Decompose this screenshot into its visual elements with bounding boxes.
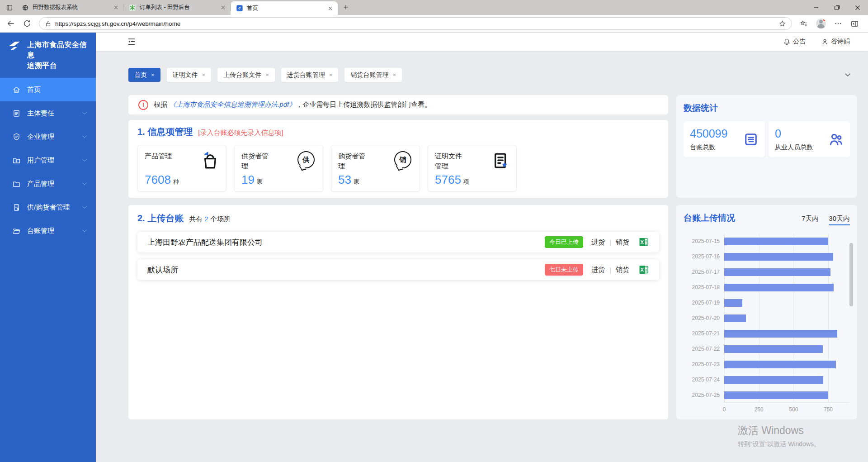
close-tab-icon[interactable] — [326, 4, 334, 12]
sidebar-item-台账管理[interactable]: 台账管理 — [0, 219, 96, 243]
close-tab-icon[interactable] — [112, 4, 120, 12]
sidebar-item-首页[interactable]: 首页 — [0, 78, 96, 101]
info-card-label: 供货者管理 — [241, 151, 274, 171]
close-tab-icon[interactable] — [219, 4, 227, 12]
page-tab-进货台账管理[interactable]: 进货台账管理× — [281, 68, 339, 82]
chart-x-axis: 0250500750 — [724, 406, 849, 414]
upload-row: 上海田野农产品配送集团有限公司今日已上传进货|销货 — [137, 232, 659, 252]
certificate-doc-icon — [491, 151, 510, 170]
chart-row: 2025-07-15 — [684, 233, 850, 249]
browser-profile-avatar[interactable] — [816, 19, 826, 29]
collections-icon[interactable] — [799, 19, 808, 28]
info-card-产品管理[interactable]: 产品管理7608种 — [137, 145, 226, 192]
info-card-value: 5765 — [435, 173, 461, 187]
upload-rows: 上海田野农产品配送集团有限公司今日已上传进货|销货默认场所七日未上传进货|销货 — [137, 232, 659, 280]
browser-tab-title: 首页 — [247, 5, 322, 12]
user-menu[interactable]: 谷诗娟 — [821, 38, 850, 46]
regulation-pdf-link[interactable]: 《上海市食品安全信息追溯管理办法.pdf》 — [169, 100, 296, 108]
upload-section-subtitle: 共有 2 个场所 — [189, 215, 231, 224]
ledger-link[interactable]: 进货 — [591, 238, 605, 247]
info-card-value: 7608 — [145, 173, 171, 187]
stat-card-台账总数: 450099台账总数 — [684, 121, 765, 157]
chart-panel: 台账上传情况 7天内30天内 2025-07-152025-07-162025-… — [676, 205, 857, 419]
page-tab-首页[interactable]: 首页× — [128, 68, 160, 82]
bell-icon — [783, 38, 791, 46]
close-page-tab-icon[interactable]: × — [265, 71, 269, 78]
browser-tab[interactable]: 订单列表 - 田野后台 — [123, 0, 231, 15]
close-page-tab-icon[interactable]: × — [202, 71, 206, 78]
sidebar-item-用户管理[interactable]: 用户管理 — [0, 148, 96, 172]
divider: | — [609, 266, 611, 274]
notification-dot — [823, 19, 826, 22]
page-tab-销货台账管理[interactable]: 销货台账管理× — [344, 68, 402, 82]
announcement-button[interactable]: 公告 — [783, 38, 806, 46]
chart-bar — [724, 345, 823, 353]
maximize-button[interactable] — [826, 0, 847, 15]
browser-sidebar-icon[interactable] — [850, 19, 859, 28]
supplier-bubble-icon: 供 — [297, 151, 316, 170]
browser-tab[interactable]: 首页 — [231, 1, 338, 15]
people-icon — [828, 131, 844, 148]
chart-bar-track — [724, 372, 849, 387]
sidebar-item-供/购货者管理[interactable]: 供/购货者管理 — [0, 195, 96, 219]
ledger-link[interactable]: 销货 — [616, 238, 629, 247]
sidebar-item-主体责任[interactable]: 主体责任 — [0, 101, 96, 125]
chart-range-toggle: 7天内30天内 — [802, 214, 850, 225]
close-window-button[interactable] — [847, 0, 868, 15]
info-card-供货者管理[interactable]: 供货者管理供19家 — [234, 145, 323, 192]
excel-icon[interactable] — [638, 237, 649, 248]
chart-scrollbar[interactable] — [849, 243, 853, 306]
chart-bar — [724, 361, 836, 368]
browser-tab-title: 订单列表 - 田野后台 — [140, 4, 215, 11]
info-card-购货者管理[interactable]: 购货者管理销53家 — [331, 145, 420, 192]
url-field[interactable]: https://spzs.scjgj.sh.gov.cn/p4/web/main… — [39, 17, 792, 30]
chart-category-label: 2025-07-17 — [684, 269, 724, 275]
range-7天内[interactable]: 7天内 — [802, 214, 819, 225]
close-page-tab-icon[interactable]: × — [392, 71, 396, 78]
close-page-tab-icon[interactable]: × — [329, 71, 333, 78]
chevron-down-icon[interactable] — [844, 71, 852, 79]
product-bag-icon — [201, 151, 220, 170]
page-tab-label: 首页 — [134, 71, 147, 79]
chart-row: 2025-07-18 — [684, 280, 850, 295]
chevron-down-icon — [81, 110, 88, 116]
ledger-link[interactable]: 销货 — [616, 266, 629, 274]
new-tab-button[interactable] — [340, 1, 352, 14]
sidebar-item-企业管理[interactable]: 企业管理 — [0, 125, 96, 148]
place-name: 默认场所 — [147, 265, 545, 275]
x-tick-label: 500 — [789, 406, 798, 413]
page-tab-label: 销货台账管理 — [350, 71, 388, 79]
excel-icon[interactable] — [638, 264, 649, 275]
close-page-tab-icon[interactable]: × — [151, 71, 155, 78]
ledger-link[interactable]: 进货 — [591, 266, 605, 274]
more-menu-icon[interactable] — [834, 19, 842, 28]
page-tab-上传台账文件[interactable]: 上传台账文件× — [217, 68, 275, 82]
back-icon[interactable] — [6, 19, 15, 28]
chart-bar — [724, 253, 833, 261]
favorite-star-icon[interactable] — [778, 20, 786, 28]
divider: | — [609, 238, 611, 246]
upload-status-badge: 今日已上传 — [545, 236, 583, 248]
chevron-down-icon — [81, 228, 88, 234]
info-card-证明文件管理[interactable]: 证明文件管理5765项 — [428, 145, 517, 192]
browser-tab[interactable]: 田野数据报表系统 — [16, 0, 123, 15]
page-tab-证明文件[interactable]: 证明文件× — [167, 68, 212, 82]
notice-text: 根据 《上海市食品安全信息追溯管理办法.pdf》，企业需每日上传追溯数据供监管部… — [154, 100, 431, 109]
page-tab-label: 证明文件 — [173, 71, 198, 79]
chart-category-label: 2025-07-18 — [684, 284, 724, 291]
range-30天内[interactable]: 30天内 — [829, 214, 850, 225]
info-card-unit: 种 — [173, 178, 179, 186]
sidebar-item-产品管理[interactable]: 产品管理 — [0, 172, 96, 195]
collapse-sidebar-icon[interactable] — [127, 37, 137, 47]
address-bar: https://spzs.scjgj.sh.gov.cn/p4/web/main… — [0, 15, 868, 33]
chart-category-label: 2025-07-19 — [684, 300, 724, 306]
refresh-icon[interactable] — [23, 19, 32, 28]
minimize-button[interactable] — [806, 0, 826, 15]
page-tab-bar: 首页×证明文件×上传台账文件×进货台账管理×销货台账管理× — [128, 68, 402, 82]
trace-platform-logo-icon — [236, 5, 243, 12]
tab-search-icon[interactable] — [3, 0, 16, 15]
page-tab-label: 进货台账管理 — [287, 71, 325, 79]
sidebar: 上海市食品安全信息 追溯平台 首页主体责任企业管理用户管理产品管理供/购货者管理… — [0, 33, 96, 462]
chart-category-label: 2025-07-25 — [684, 392, 724, 398]
chart-row: 2025-07-21 — [684, 326, 850, 341]
